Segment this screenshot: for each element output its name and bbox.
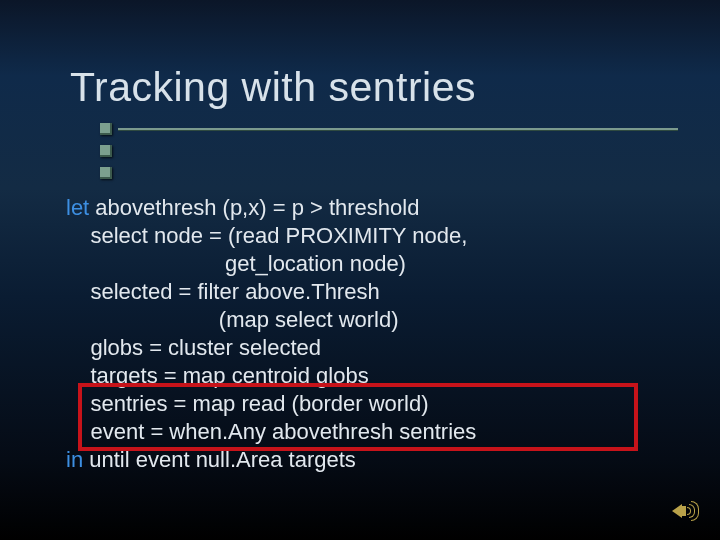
- title-underline: [118, 128, 678, 130]
- code-line-5: (map select world): [66, 307, 399, 332]
- bullet-square-1: [100, 123, 112, 135]
- highlight-box: [78, 383, 638, 451]
- keyword-let: let: [66, 195, 89, 220]
- speaker-icon[interactable]: [672, 500, 698, 522]
- bullet-square-3: [100, 167, 112, 179]
- bullet-square-2: [100, 145, 112, 157]
- slide-title: Tracking with sentries: [70, 64, 476, 111]
- code-line-2: select node = (read PROXIMITY node,: [66, 223, 467, 248]
- code-line-3: get_location node): [66, 251, 406, 276]
- code-line-6: globs = cluster selected: [66, 335, 321, 360]
- code-line-4: selected = filter above.Thresh: [66, 279, 380, 304]
- code-line-1: abovethresh (p,x) = p > threshold: [89, 195, 419, 220]
